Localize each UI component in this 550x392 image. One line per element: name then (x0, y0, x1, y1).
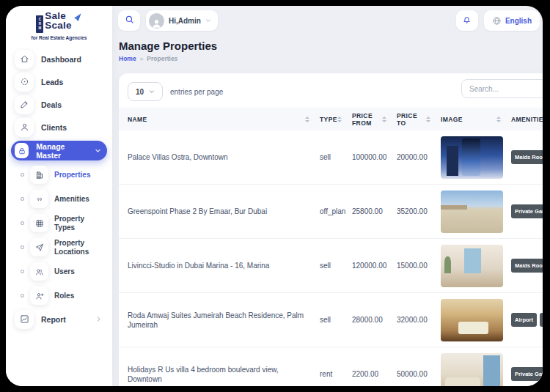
user-plus-icon (30, 286, 48, 305)
property-image (441, 299, 503, 341)
column-header-amenities: AMENITIES (511, 116, 543, 123)
column-label: TYPE (320, 116, 337, 123)
target-icon (15, 73, 34, 92)
page-head: Manage Properties Home > Properties (119, 40, 217, 62)
column-label: IMAGE (441, 116, 463, 123)
sort-icon (305, 117, 309, 122)
sidebar-item-leads[interactable]: Leads (6, 70, 112, 93)
amenity-badge: Private Garden (511, 367, 543, 381)
search-button[interactable] (118, 10, 140, 31)
cell-amenities: Private Garden (511, 367, 543, 381)
column-label: AMENITIES (511, 116, 543, 123)
sidebar-item-label: Amenities (54, 195, 89, 204)
table-row[interactable]: Palace Villas Ostra, Downtown sell 10000… (119, 130, 543, 185)
cell-amenities: Maids Room (511, 150, 543, 164)
column-header-type[interactable]: TYPE (320, 116, 352, 123)
cell-image (441, 245, 511, 287)
cell-image (441, 191, 511, 233)
sidebar-item-label: Roles (54, 292, 74, 300)
cell-name: Livincci-Studio in Dubai Marina - 16, Ma… (128, 261, 320, 270)
cell-type: sell (320, 315, 352, 325)
breadcrumb: Home > Properties (119, 55, 217, 62)
signal-icon (30, 190, 48, 208)
page-title: Manage Properties (119, 40, 217, 52)
amenity-badge: Maids Room (511, 150, 543, 164)
sort-icon (426, 117, 430, 122)
sort-icon (382, 117, 386, 122)
amenity-badge: Private Garden (511, 204, 543, 218)
sidebar-item-property-types[interactable]: Property Types (6, 211, 112, 235)
user-menu[interactable]: Hi,Admin (146, 10, 218, 31)
sort-icon (496, 117, 501, 122)
sidebar-item-manage-master[interactable]: Manage Master (11, 141, 107, 160)
home-icon (15, 50, 34, 69)
table-header-row: NAME TYPE PRICE FROM PRICE TO IMAGE AMEN… (119, 108, 543, 130)
sidebar-item-report[interactable]: Report (6, 308, 112, 330)
breadcrumb-home[interactable]: Home (119, 55, 136, 62)
column-label: PRICE TO (397, 112, 426, 127)
sidebar-item-property-locations[interactable]: Property Locations (6, 235, 112, 259)
sidebar-item-properties[interactable]: Properties (6, 163, 112, 187)
table-row[interactable]: Livincci-Studio in Dubai Marina - 16, Ma… (119, 239, 543, 293)
cell-type: rent (320, 369, 352, 379)
column-label: NAME (128, 116, 147, 123)
sidebar-item-dashboard[interactable]: Dashboard (6, 48, 112, 70)
table-row[interactable]: Greenspoint Phase 2 By Emaar, Bur Dubai … (119, 185, 543, 239)
sidebar-nav: Dashboard Leads Deals Clients Manage Mas… (6, 48, 112, 330)
sidebar: CRM SaleScale for Real Estate Agencies D… (6, 6, 112, 386)
language-selector[interactable]: English (484, 10, 540, 31)
breadcrumb-current: Properties (147, 55, 177, 62)
sidebar-item-label: Properties (54, 171, 90, 180)
table-row[interactable]: Roda Amwaj Suites Jumeirah Beach Residen… (119, 293, 543, 347)
column-header-price-to[interactable]: PRICE TO (397, 112, 441, 127)
logo-tagline: for Real Estate Agencies (6, 35, 112, 40)
sidebar-item-deals[interactable]: Deals (6, 93, 112, 116)
table-row[interactable]: Holidays R Us villa 4 bedroom boulevard … (119, 347, 543, 386)
amenity-badge: Airport (511, 313, 537, 327)
app-logo[interactable]: CRM SaleScale for Real Estate Agencies (6, 6, 112, 40)
search-icon (125, 14, 134, 27)
sort-icon (337, 117, 342, 122)
avatar (149, 13, 164, 29)
table-toolbar: 10 entries per page (119, 73, 543, 104)
entries-per-page-select[interactable]: 10 (128, 82, 163, 101)
sidebar-item-label: Manage Master (36, 142, 87, 160)
cell-price-to: 15000.00 (397, 261, 441, 270)
cell-name: Palace Villas Ostra, Downtown (128, 152, 320, 162)
search-input[interactable] (461, 79, 543, 98)
amenity-badge: Private Garden (540, 313, 543, 327)
lock-icon (15, 143, 29, 158)
notifications-button[interactable] (456, 10, 478, 31)
sidebar-item-roles[interactable]: Roles (6, 284, 112, 308)
sidebar-item-users[interactable]: Users (6, 259, 112, 284)
cell-price-from: 100000.00 (352, 152, 397, 162)
sidebar-item-amenities[interactable]: Amenities (6, 187, 112, 211)
property-image (441, 136, 503, 179)
sidebar-item-label: Property Locations (54, 239, 100, 256)
sidebar-item-clients[interactable]: Clients (6, 116, 112, 138)
column-header-price-from[interactable]: PRICE FROM (352, 112, 397, 127)
cell-amenities: Maids Room (511, 259, 543, 273)
sidebar-item-label: Report (41, 315, 66, 324)
cell-price-to: 32000.00 (397, 315, 441, 325)
building-icon (30, 166, 48, 184)
cell-price-to: 50000.00 (397, 369, 441, 379)
paper-plane-icon (70, 12, 82, 27)
bullet-icon (21, 173, 24, 177)
column-header-name[interactable]: NAME (128, 116, 320, 123)
cell-price-from: 120000.00 (352, 261, 397, 270)
chart-icon (15, 310, 34, 329)
property-image (441, 191, 503, 233)
cell-name: Holidays R Us villa 4 bedroom boulevard … (128, 365, 320, 384)
chevron-down-icon (205, 18, 211, 23)
cell-image (441, 136, 511, 179)
column-header-image[interactable]: IMAGE (441, 116, 511, 123)
sidebar-item-label: Property Types (54, 215, 100, 232)
cell-name: Roda Amwaj Suites Jumeirah Beach Residen… (128, 311, 320, 330)
cell-price-from: 2200.00 (352, 369, 397, 379)
bullet-icon (21, 294, 24, 297)
send-icon (30, 238, 48, 256)
cell-type: sell (320, 261, 352, 270)
entries-value: 10 (136, 88, 144, 96)
logo-text: SaleScale (45, 11, 71, 30)
